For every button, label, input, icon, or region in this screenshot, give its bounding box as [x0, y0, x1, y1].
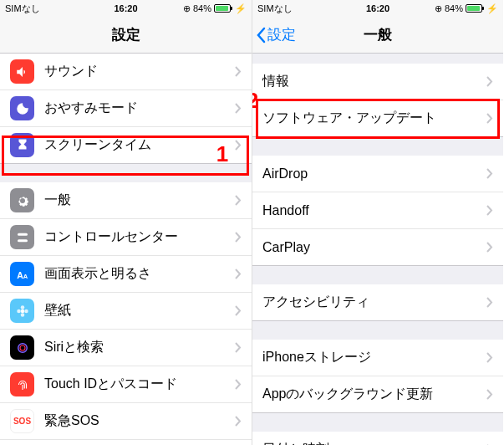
status-right: ⊕ 84% ⚡	[418, 3, 498, 14]
alarm-icon: ⊕	[435, 3, 442, 14]
battery-icon	[214, 4, 232, 13]
chevron-right-icon	[235, 305, 242, 316]
row-airdrop[interactable]: AirDrop	[252, 156, 503, 192]
chevron-right-icon	[486, 76, 493, 87]
row-label: 画面表示と明るさ	[44, 265, 235, 283]
carrier-label: SIMなし	[5, 3, 85, 15]
row-label: コントロールセンター	[44, 228, 235, 246]
row-label: Appのバックグラウンド更新	[262, 386, 486, 403]
row-label: 日付と時刻	[262, 441, 486, 445]
chevron-right-icon	[486, 242, 493, 253]
row-control-center[interactable]: コントロールセンター	[0, 219, 252, 256]
svg-point-6	[20, 313, 24, 317]
row-label: Touch IDとパスコード	[44, 376, 235, 393]
row-display-brightness[interactable]: AA 画面表示と明るさ	[0, 256, 252, 293]
svg-point-9	[18, 343, 27, 352]
chevron-right-icon	[235, 103, 242, 114]
svg-point-5	[20, 305, 24, 309]
battery-icon	[466, 4, 484, 13]
hourglass-icon	[10, 133, 34, 157]
status-right: ⊕ 84% ⚡	[166, 3, 247, 14]
row-sound[interactable]: サウンド	[0, 54, 252, 90]
row-screen-time[interactable]: スクリーンタイム	[0, 127, 252, 164]
row-label: 一般	[44, 192, 235, 209]
row-label: 壁紙	[44, 302, 235, 320]
status-bar: SIMなし 16:20 ⊕ 84% ⚡	[0, 0, 252, 17]
clock: 16:20	[85, 3, 165, 13]
siri-icon	[10, 335, 34, 360]
settings-screen: SIMなし 16:20 ⊕ 84% ⚡ 設定 サウンド おやすみモード スクリー…	[0, 0, 252, 445]
row-general[interactable]: 一般	[0, 182, 252, 219]
chevron-right-icon	[486, 168, 493, 179]
chevron-right-icon	[235, 269, 242, 279]
chevron-right-icon	[235, 195, 242, 206]
row-label: サウンド	[44, 63, 235, 80]
row-label: Handoff	[262, 203, 486, 218]
row-label: AirDrop	[262, 166, 486, 182]
row-label: iPhoneストレージ	[262, 349, 486, 366]
row-emergency-sos[interactable]: SOS 緊急SOS	[0, 403, 252, 440]
row-label: アクセシビリティ	[262, 294, 486, 311]
row-do-not-disturb[interactable]: おやすみモード	[0, 90, 252, 127]
svg-point-4	[20, 309, 24, 313]
row-touch-id-passcode[interactable]: Touch IDとパスコード	[0, 366, 252, 403]
nav-title: 一般	[364, 25, 392, 44]
svg-point-10	[20, 345, 25, 350]
clock: 16:20	[338, 3, 418, 13]
chevron-right-icon	[486, 297, 493, 308]
status-bar: SIMなし 16:20 ⊕ 84% ⚡	[252, 0, 503, 17]
chevron-right-icon	[235, 416, 242, 427]
row-about[interactable]: 情報	[252, 64, 503, 100]
nav-bar: 設定 一般	[252, 17, 503, 54]
chevron-right-icon	[486, 389, 493, 400]
row-handoff[interactable]: Handoff	[252, 192, 503, 229]
sos-icon: SOS	[10, 409, 34, 433]
charging-icon: ⚡	[486, 3, 498, 14]
row-iphone-storage[interactable]: iPhoneストレージ	[252, 340, 503, 376]
carrier-label: SIMなし	[257, 3, 338, 15]
svg-point-7	[17, 309, 21, 313]
fingerprint-icon	[10, 372, 34, 396]
chevron-right-icon	[486, 113, 493, 124]
chevron-right-icon	[235, 66, 242, 77]
battery-percent: 84%	[193, 3, 211, 13]
row-label: 緊急SOS	[44, 412, 235, 430]
general-screen: SIMなし 16:20 ⊕ 84% ⚡ 設定 一般 情報 ソフトウェア・アップデ…	[252, 0, 503, 445]
row-siri-search[interactable]: Siriと検索	[0, 330, 252, 366]
back-button[interactable]: 設定	[256, 25, 296, 44]
nav-bar: 設定	[0, 17, 252, 54]
general-list[interactable]: 情報 ソフトウェア・アップデート AirDrop Handoff CarPlay…	[252, 54, 503, 445]
battery-percent: 84%	[445, 3, 463, 13]
row-software-update[interactable]: ソフトウェア・アップデート	[252, 100, 503, 137]
row-label: ソフトウェア・アップデート	[262, 110, 486, 127]
chevron-right-icon	[235, 140, 242, 151]
row-label: スクリーンタイム	[44, 136, 235, 154]
svg-point-8	[24, 309, 28, 313]
row-battery[interactable]: バッテリー	[0, 440, 252, 445]
switches-icon	[10, 225, 34, 249]
svg-rect-1	[18, 239, 28, 242]
row-background-app-refresh[interactable]: Appのバックグラウンド更新	[252, 376, 503, 413]
svg-rect-0	[18, 233, 28, 235]
row-label: CarPlay	[262, 240, 486, 255]
row-label: おやすみモード	[44, 100, 235, 117]
gear-icon	[10, 188, 34, 212]
settings-list[interactable]: サウンド おやすみモード スクリーンタイム 一般 コントロールセンター AA 画…	[0, 54, 252, 445]
back-label: 設定	[267, 25, 296, 44]
chevron-left-icon	[256, 27, 266, 43]
row-label: Siriと検索	[44, 339, 235, 356]
sound-icon	[10, 59, 34, 84]
chevron-right-icon	[235, 232, 242, 243]
row-wallpaper[interactable]: 壁紙	[0, 293, 252, 330]
row-accessibility[interactable]: アクセシビリティ	[252, 284, 503, 321]
chevron-right-icon	[235, 342, 242, 353]
chevron-right-icon	[486, 352, 493, 363]
text-size-icon: AA	[10, 262, 34, 286]
moon-icon	[10, 96, 34, 120]
row-carplay[interactable]: CarPlay	[252, 229, 503, 266]
svg-text:A: A	[23, 272, 28, 279]
alarm-icon: ⊕	[183, 3, 191, 14]
flower-icon	[10, 299, 34, 323]
row-date-time[interactable]: 日付と時刻	[252, 432, 503, 445]
chevron-right-icon	[486, 205, 493, 216]
